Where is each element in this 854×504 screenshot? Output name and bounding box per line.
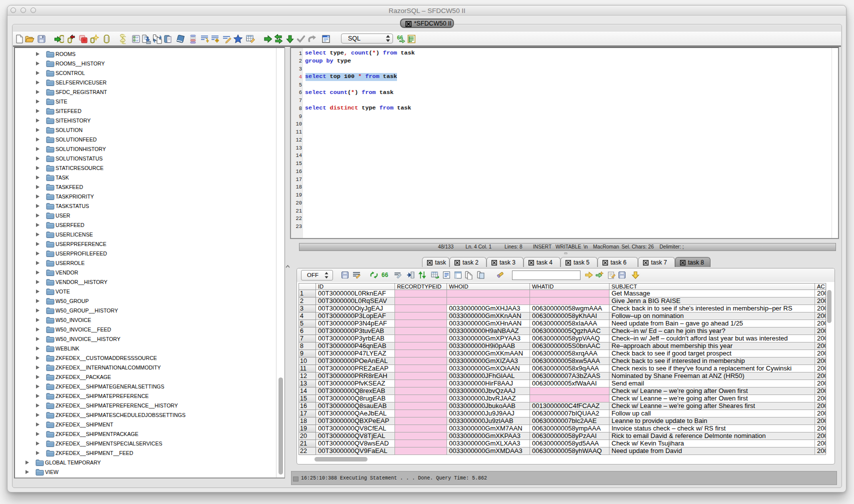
svg-text:66: 66 <box>382 272 388 278</box>
svg-text:66: 66 <box>397 34 403 40</box>
